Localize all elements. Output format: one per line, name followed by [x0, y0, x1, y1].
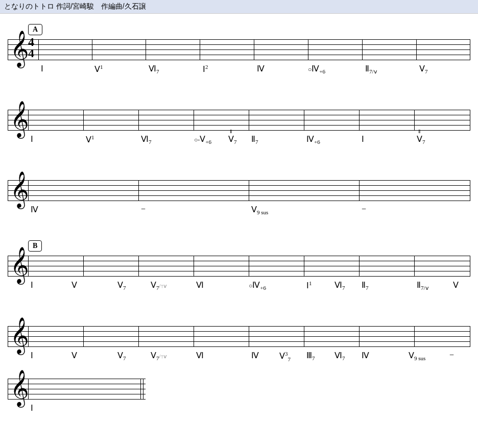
chord: Ⅲ7 — [306, 351, 315, 361]
sheet-music: A 𝄞 44 Ⅰ Ⅴ1 Ⅵ7 Ⅰ2 Ⅳ ○Ⅳ+6 Ⅱ7/ⅴ Ⅴ7 𝄞 — [0, 14, 478, 426]
treble-clef-icon: 𝄞 — [10, 173, 29, 205]
chord: Ⅴ1 — [86, 134, 94, 144]
chord: Ⅴ1 — [94, 64, 103, 74]
system-6: 𝄞 Ⅰ — [8, 379, 146, 416]
chord: Ⅴ37 — [279, 351, 291, 362]
chord: Ⅰ — [31, 351, 33, 360]
treble-clef-icon: 𝄞 — [10, 103, 29, 135]
chord: Ⅰ — [41, 64, 43, 73]
chord: Ⅵ7 — [334, 351, 345, 361]
chord: Ⅱ7/ⅴ — [365, 64, 377, 75]
treble-clef-icon: 𝄞 — [10, 33, 29, 64]
chord: Ⅴ9 sus — [409, 351, 425, 361]
chord: ○Ⅳ+6 — [249, 280, 266, 291]
song-title: となりのトトロ 作詞/宮崎駿 作編曲/久石譲 — [0, 0, 478, 14]
system-3: 𝄞 Ⅳ − Ⅴ9 sus − — [8, 180, 470, 217]
chord: ⅡⅤ7 — [228, 134, 237, 145]
chord: ⅡⅤ7 — [417, 134, 425, 145]
chord: Ⅴ — [71, 280, 77, 290]
system-2: 𝄞 Ⅰ Ⅴ1 Ⅵ7 ○-Ⅴ+6 ⅡⅤ7 Ⅱ7 Ⅳ+6 Ⅰ ⅡⅤ7 — [8, 110, 470, 147]
chord: Ⅴ7 — [117, 280, 126, 291]
chord: Ⅵ — [196, 280, 204, 290]
chord: Ⅳ+6 — [306, 134, 320, 145]
rehearsal-mark-a: A — [28, 24, 42, 35]
chord: ○-Ⅴ+6 — [194, 134, 211, 145]
chord: Ⅰ — [31, 134, 33, 144]
chord: Ⅴ — [453, 280, 459, 290]
chord: Ⅰ1 — [306, 280, 312, 290]
chord: Ⅱ7/ⅴ — [417, 280, 429, 291]
chord: Ⅵ7 — [149, 64, 159, 74]
chord: Ⅴ7/↑ⅴ — [151, 280, 167, 291]
chord: Ⅳ — [257, 64, 265, 73]
chord: Ⅴ7/↑ⅴ — [151, 351, 167, 361]
chord: − — [449, 351, 454, 360]
chord: Ⅴ — [71, 351, 77, 360]
rehearsal-mark-b: B — [28, 240, 42, 252]
system-4: 𝄞 Ⅰ Ⅴ Ⅴ7 Ⅴ7/↑ⅴ Ⅵ ○Ⅳ+6 Ⅰ1 Ⅵ7 Ⅱ7 Ⅱ7/ⅴ Ⅴ — [8, 256, 470, 293]
chord: − — [141, 205, 146, 214]
treble-clef-icon: 𝄞 — [10, 319, 29, 351]
treble-clef-icon: 𝄞 — [10, 249, 29, 281]
chord: Ⅱ7 — [362, 280, 369, 291]
chord: Ⅰ — [362, 134, 364, 144]
chord: Ⅱ7 — [251, 134, 258, 145]
chord: Ⅵ7 — [334, 280, 345, 291]
chord: Ⅰ — [31, 403, 33, 413]
chord: Ⅵ — [196, 351, 204, 360]
chord: Ⅴ9 sus — [251, 205, 268, 215]
chord: Ⅳ — [31, 205, 38, 214]
chord: Ⅴ7 — [117, 351, 126, 361]
chord: Ⅰ2 — [203, 64, 208, 74]
system-5: 𝄞 Ⅰ Ⅴ Ⅴ7 Ⅴ7/↑ⅴ Ⅵ Ⅳ Ⅴ37 Ⅲ7 Ⅵ7 Ⅳ Ⅴ9 sus − — [8, 326, 470, 363]
time-signature: 44 — [28, 37, 34, 59]
chord: ○Ⅳ+6 — [308, 64, 325, 74]
chord: Ⅰ — [31, 280, 33, 290]
chord: Ⅵ7 — [141, 134, 152, 145]
chord: Ⅳ — [362, 351, 369, 360]
chord: − — [362, 205, 366, 214]
treble-clef-icon: 𝄞 — [10, 372, 29, 404]
chord: Ⅳ — [251, 351, 259, 360]
system-1: 𝄞 44 Ⅰ Ⅴ1 Ⅵ7 Ⅰ2 Ⅳ ○Ⅳ+6 Ⅱ7/ⅴ Ⅴ7 — [8, 39, 470, 77]
chord: Ⅴ7 — [419, 64, 428, 74]
